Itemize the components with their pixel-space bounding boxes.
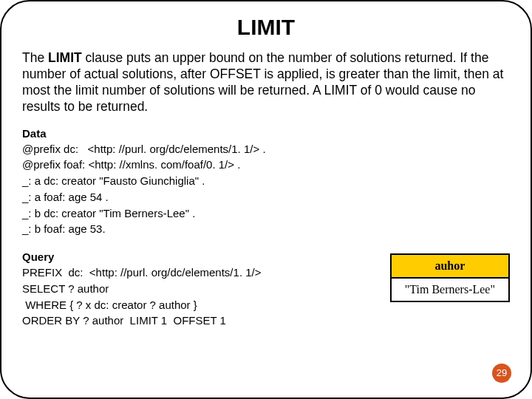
query-section-label: Query: [22, 250, 375, 263]
lower-row: Query PREFIX dc: <http: //purl. org/dc/e…: [22, 248, 510, 329]
page-number-badge: 29: [492, 364, 511, 383]
desc-post: clause puts an upper bound on the number…: [22, 50, 503, 114]
description-paragraph: The LIMIT clause puts an upper bound on …: [22, 50, 510, 115]
result-column: auhor "Tim Berners-Lee": [390, 248, 510, 302]
result-table: auhor "Tim Berners-Lee": [390, 253, 510, 302]
result-header: auhor: [391, 254, 509, 278]
data-code-block: @prefix dc: <http: //purl. org/dc/elemen…: [22, 141, 510, 238]
query-column: Query PREFIX dc: <http: //purl. org/dc/e…: [22, 248, 375, 329]
slide-frame: LIMIT The LIMIT clause puts an upper bou…: [0, 0, 532, 399]
table-row: "Tim Berners-Lee": [391, 278, 509, 301]
data-section-label: Data: [22, 127, 510, 140]
limit-keyword: LIMIT: [48, 50, 82, 65]
result-cell: "Tim Berners-Lee": [391, 278, 509, 301]
desc-pre: The: [22, 50, 48, 65]
slide-title: LIMIT: [22, 15, 510, 40]
query-code-block: PREFIX dc: <http: //purl. org/dc/element…: [22, 265, 375, 329]
table-row: auhor: [391, 254, 509, 278]
